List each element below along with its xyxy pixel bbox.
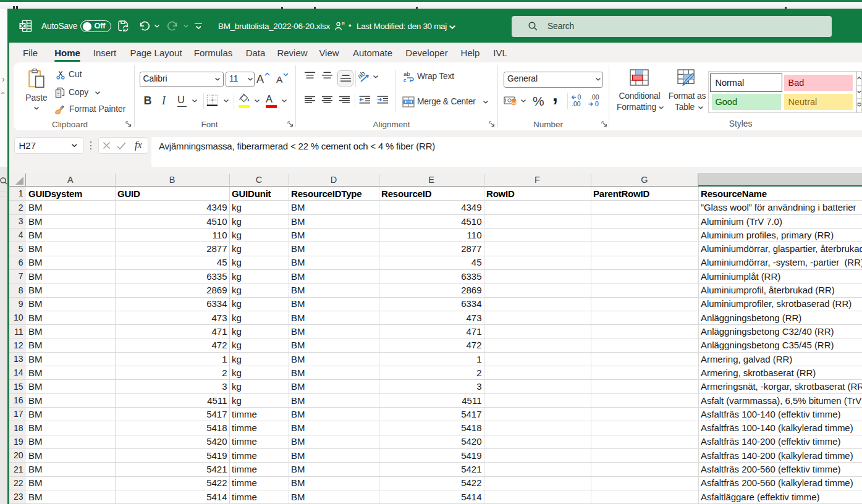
svg-text:.00: .00 (572, 100, 581, 107)
svg-text:R: R (342, 22, 345, 26)
svg-text:0: 0 (595, 100, 599, 107)
svg-text:c: c (404, 76, 407, 82)
